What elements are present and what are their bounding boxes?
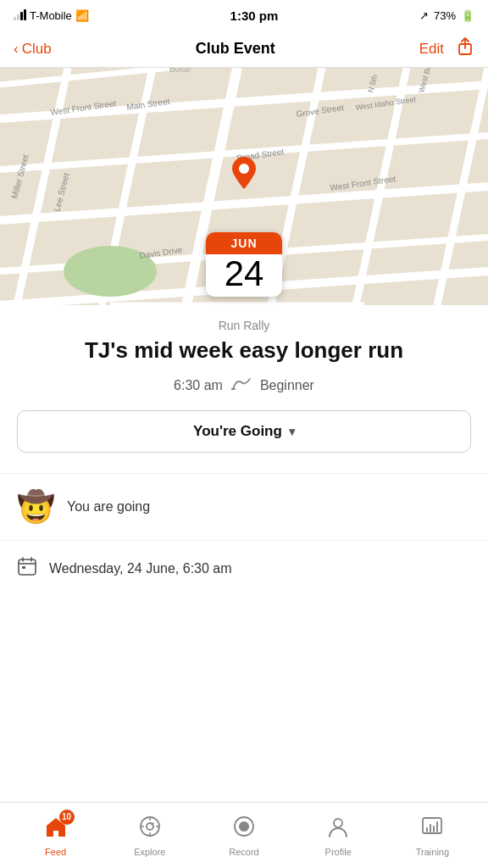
rsvp-label: You're Going <box>193 423 282 440</box>
feed-badge: 10 <box>59 810 75 825</box>
battery-info: ↗ 73% 🔋 <box>419 9 474 22</box>
tab-profile-label: Profile <box>325 847 352 857</box>
back-label: Club <box>22 41 52 58</box>
date-section: Wednesday, 24 June, 6:30 am <box>17 541 471 597</box>
tab-record-label: Record <box>229 847 258 857</box>
explore-icon <box>138 815 162 843</box>
going-text: You are going <box>67 499 150 515</box>
chevron-left-icon: ‹ <box>14 41 19 58</box>
tab-feed-label: Feed <box>45 847 66 857</box>
rsvp-button[interactable]: You're Going ▾ <box>17 410 471 453</box>
svg-point-41 <box>239 821 249 832</box>
tab-training-label: Training <box>416 847 449 857</box>
status-bar: T-Mobile 📶 1:30 pm ↗ 73% 🔋 <box>0 0 488 31</box>
home-icon: 10 <box>44 815 68 843</box>
tab-bar: 10 Feed Explore Record <box>0 802 488 868</box>
svg-rect-33 <box>22 566 25 569</box>
nav-actions: Edit <box>419 37 474 60</box>
event-content: Run Rally TJ's mid week easy longer run … <box>0 305 488 597</box>
svg-point-42 <box>334 819 342 827</box>
status-time: 1:30 pm <box>230 8 279 23</box>
svg-point-28 <box>239 164 249 174</box>
event-time: 6:30 am <box>174 378 223 393</box>
svg-rect-29 <box>19 559 36 575</box>
record-icon <box>232 815 256 843</box>
event-type: Run Rally <box>17 305 471 337</box>
event-date: Wednesday, 24 June, 6:30 am <box>49 561 232 576</box>
battery-percent: 73% <box>434 9 456 22</box>
tab-training[interactable]: Training <box>385 815 480 857</box>
svg-rect-43 <box>423 818 441 833</box>
battery-icon: 🔋 <box>461 9 474 22</box>
profile-icon <box>326 815 350 843</box>
signal-icon <box>14 10 26 20</box>
calendar-icon <box>17 556 37 581</box>
back-button[interactable]: ‹ Club <box>14 41 52 58</box>
calendar-badge: JUN 24 <box>206 232 282 297</box>
cal-month: JUN <box>206 232 282 254</box>
svg-text:Boise: Boise <box>169 68 191 74</box>
event-difficulty: Beginner <box>260 378 314 393</box>
tab-record[interactable]: Record <box>197 815 291 857</box>
tab-profile[interactable]: Profile <box>291 815 385 857</box>
going-section: 🤠 You are going <box>17 474 471 540</box>
event-meta: 6:30 am Beginner <box>17 376 471 410</box>
share-button[interactable] <box>456 37 474 60</box>
user-avatar: 🤠 <box>17 489 55 525</box>
nav-title: Club Event <box>196 40 275 58</box>
carrier-info: T-Mobile 📶 <box>14 9 89 22</box>
wifi-icon: 📶 <box>75 9 89 22</box>
map-pin <box>232 157 256 192</box>
nav-bar: ‹ Club Club Event Edit <box>0 31 488 68</box>
map-area: West Front Street Broad Street Grove Str… <box>0 68 488 305</box>
pace-icon <box>231 376 252 395</box>
chevron-down-icon: ▾ <box>289 425 295 438</box>
edit-button[interactable]: Edit <box>419 41 444 58</box>
tab-explore-label: Explore <box>134 847 165 857</box>
tab-explore[interactable]: Explore <box>103 815 197 857</box>
cal-day: 24 <box>206 254 282 297</box>
tab-feed[interactable]: 10 Feed <box>8 815 103 857</box>
carrier-name: T-Mobile <box>30 9 72 22</box>
event-title: TJ's mid week easy longer run <box>17 337 471 376</box>
training-icon <box>420 815 444 843</box>
location-icon: ↗ <box>419 9 429 22</box>
